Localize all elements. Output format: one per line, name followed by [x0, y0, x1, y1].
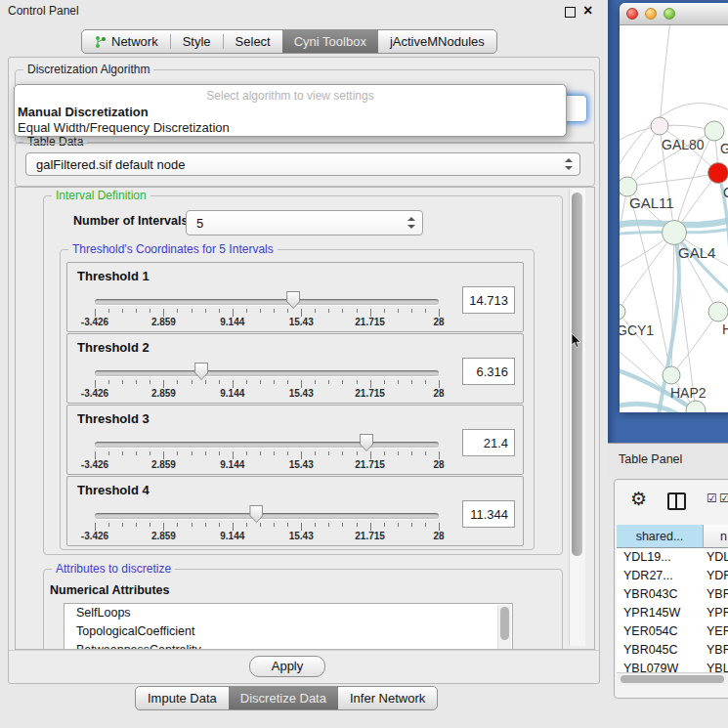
tab-discretize-data[interactable]: Discretize Data	[229, 687, 338, 709]
attributes-group: Attributes to discretize Numerical Attri…	[43, 569, 563, 650]
network-node-gcy1[interactable]	[620, 304, 625, 320]
network-node-g-[interactable]	[705, 121, 724, 141]
network-edge-thick[interactable]	[721, 184, 728, 412]
attribute-item-topologicalcoefficient[interactable]: TopologicalCoefficient	[64, 622, 512, 641]
algorithm-option-manual-discretization[interactable]: Manual Discretization	[18, 105, 149, 119]
tick-mark	[192, 523, 193, 527]
checkbox-icon[interactable]: ☑	[707, 492, 717, 505]
attribute-item-betweennesscentrality[interactable]: BetweennessCentrality	[64, 641, 512, 650]
tab-select[interactable]: Select	[224, 30, 282, 53]
zoom-traffic-light-icon[interactable]	[664, 8, 675, 20]
tab-style[interactable]: Style	[171, 30, 223, 53]
slider-thumb-threshold-2[interactable]	[194, 363, 208, 380]
network-edge[interactable]	[627, 126, 660, 187]
tick-mark	[246, 523, 247, 527]
table-row[interactable]: YPR145WYPR1	[617, 604, 728, 622]
network-edge-thick[interactable]	[620, 404, 678, 412]
threshold-4-value-field[interactable]: 11.344	[462, 500, 515, 528]
network-edge[interactable]	[620, 233, 674, 312]
slider-track[interactable]	[95, 370, 439, 376]
network-node-unlabeled[interactable]	[686, 401, 706, 412]
threshold-2-value-field[interactable]: 6.316	[462, 358, 515, 385]
tick-mark	[342, 451, 343, 455]
table-cell: YBR045C	[617, 641, 704, 660]
tick-mark	[192, 309, 193, 313]
number-of-intervals-combo[interactable]: 5	[186, 210, 423, 236]
tab-impute-data[interactable]: Impute Data	[136, 687, 229, 709]
slider-thumb-threshold-1[interactable]	[286, 291, 300, 309]
panel-scrollbar-track[interactable]	[569, 189, 585, 646]
table-cell: YER054C	[617, 622, 704, 641]
tick-label: 2.859	[151, 459, 176, 470]
table-row[interactable]: YDL19...YDL1	[617, 548, 728, 567]
table-cell: YDR2	[704, 567, 728, 585]
tick-mark	[108, 380, 109, 384]
network-window-titlebar[interactable]	[620, 3, 728, 25]
threshold-label: Threshold 3	[77, 411, 150, 426]
column-header-1[interactable]: shared...	[617, 525, 704, 548]
close-traffic-light-icon[interactable]	[626, 8, 638, 20]
float-window-icon[interactable]	[565, 7, 576, 18]
network-node-hap2[interactable]	[663, 366, 680, 384]
split-view-icon[interactable]	[667, 492, 686, 510]
apply-button[interactable]: Apply	[249, 656, 325, 677]
network-node-h[interactable]	[708, 302, 728, 321]
tab-label: Select	[236, 34, 271, 49]
slider-track[interactable]	[95, 442, 439, 448]
algorithm-option-equal-width-frequency-discretization[interactable]: Equal Width/Frequency Discretization	[18, 120, 230, 135]
attributes-scrollbar-thumb[interactable]	[500, 607, 509, 640]
threshold-1-value-field[interactable]: 14.713	[462, 286, 515, 314]
tick-mark	[95, 523, 96, 531]
network-edge[interactable]	[620, 312, 671, 375]
table-row[interactable]: YBR043CYBR0	[617, 585, 728, 604]
tab-jactivemnodules[interactable]: jActiveMNodules	[378, 30, 496, 53]
network-edge[interactable]	[660, 25, 670, 126]
network-edge[interactable]	[627, 187, 671, 375]
tab-network[interactable]: Network	[82, 30, 170, 53]
tab-infer-network[interactable]: Infer Network	[338, 687, 437, 709]
slider-track[interactable]	[95, 513, 439, 519]
network-node-label: GAL11	[629, 194, 674, 211]
tab-cyni-toolbox[interactable]: Cyni Toolbox	[282, 30, 378, 53]
tick-mark	[219, 309, 220, 313]
tick-mark	[95, 380, 96, 388]
table-row[interactable]: YBL079WYBL0	[617, 660, 728, 672]
tick-mark	[274, 523, 275, 527]
close-icon[interactable]: ×	[583, 1, 592, 21]
network-node-gal4[interactable]	[663, 221, 687, 245]
table-cell: YDL1	[704, 548, 728, 567]
table-row[interactable]: YER054CYER0	[617, 622, 728, 641]
table-data-combo[interactable]: galFiltered.sif default node	[25, 152, 580, 176]
attributes-scrollbar[interactable]	[497, 605, 511, 650]
slider-thumb-threshold-4[interactable]	[249, 505, 263, 523]
table-row[interactable]: YBR045CYBR0	[617, 641, 728, 660]
panel-scrollbar-thumb[interactable]	[572, 193, 582, 556]
tick-mark	[108, 451, 109, 455]
table-hscrollbar-track[interactable]	[617, 672, 728, 686]
apply-row-divider	[9, 650, 599, 651]
number-of-intervals-value: 5	[196, 216, 203, 231]
gear-icon[interactable]: ⚙	[630, 488, 647, 509]
minimize-traffic-light-icon[interactable]	[645, 8, 657, 20]
slider-thumb-threshold-3[interactable]	[360, 434, 373, 451]
tick-mark	[357, 309, 358, 313]
tick-mark	[205, 380, 206, 384]
network-node-c[interactable]	[708, 163, 728, 184]
network-node-gal11[interactable]	[620, 177, 637, 196]
numerical-attributes-list[interactable]: SelfLoopsTopologicalCoefficientBetweenne…	[64, 603, 513, 650]
table-row[interactable]: YDR27...YDR2	[617, 567, 728, 585]
right-column: GAL80G.CGAL11GAL4GCY1HHAP2 Table Panel ⚙…	[608, 0, 728, 728]
slider-track[interactable]	[95, 299, 439, 305]
column-header-2[interactable]: n	[704, 525, 728, 548]
network-node-gal80[interactable]	[651, 117, 668, 135]
table-hscrollbar-thumb[interactable]	[621, 675, 724, 683]
threshold-3-value-field[interactable]: 21.4	[462, 429, 515, 456]
tab-label: Discretize Data	[240, 691, 326, 706]
attribute-item-selfloops[interactable]: SelfLoops	[64, 604, 512, 622]
network-canvas[interactable]: GAL80G.CGAL11GAL4GCY1HHAP2	[620, 25, 728, 412]
checkbox-icon[interactable]: ☑	[719, 492, 728, 505]
tick-label: 28	[433, 531, 444, 541]
tick-mark	[370, 451, 371, 459]
control-panel-titlebar: Control Panel ×	[0, 0, 608, 23]
network-edge[interactable]	[671, 312, 718, 375]
